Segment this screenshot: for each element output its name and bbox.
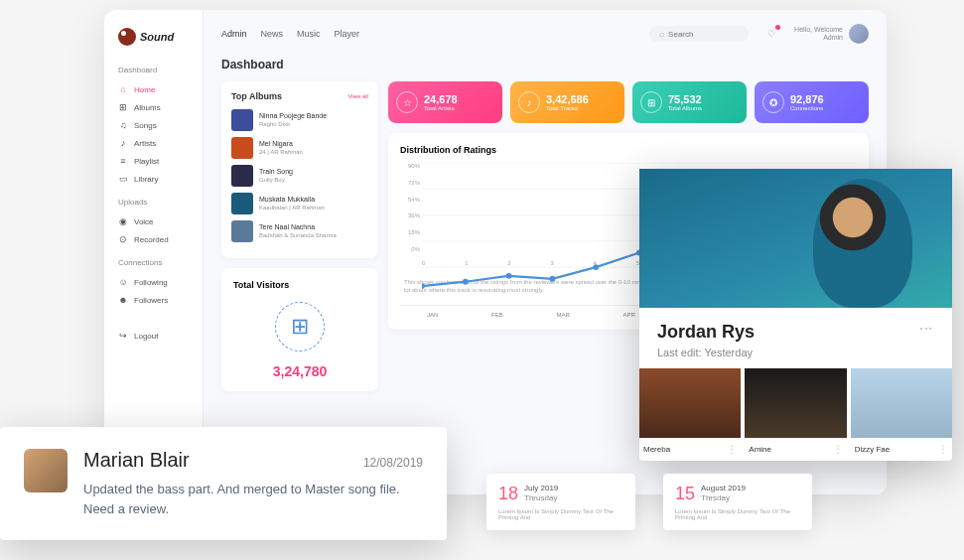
sidebar-item-voice[interactable]: ◉Voice xyxy=(118,212,203,230)
event-weekday: Thrusday xyxy=(524,493,558,502)
sidebar: Sound Dashboard ⌂Home ⊞Albums ♫Songs ♪Ar… xyxy=(104,10,204,494)
svg-point-7 xyxy=(463,279,469,285)
sidebar-item-library[interactable]: ▭Library xyxy=(118,170,203,188)
event-day: 18 xyxy=(498,484,518,504)
album-artist: Gully Boy xyxy=(259,177,293,184)
songs-icon: ♫ xyxy=(118,120,128,130)
sidebar-label: Home xyxy=(134,85,155,94)
nav-admin[interactable]: Admin xyxy=(221,29,247,39)
sidebar-item-home[interactable]: ⌂Home xyxy=(118,80,203,98)
stat-total-albums[interactable]: ⊞75,532Total Albums xyxy=(632,81,747,123)
sidebar-label: Recorded xyxy=(134,235,169,244)
sidebar-item-albums[interactable]: ⊞Albums xyxy=(118,98,203,116)
album-title: Mei Nigara xyxy=(259,140,303,148)
album-icon: ⊞ xyxy=(640,91,662,113)
stats-row: ☆24,678Total Artists ♪3,42,686Total Trac… xyxy=(388,81,869,123)
thumb-more-icon[interactable]: ⋮ xyxy=(727,444,737,455)
month-label[interactable]: FEB xyxy=(491,312,503,318)
followers-icon: ☻ xyxy=(118,295,128,305)
event-desc: Lorem Ipsum Is Simply Dummy Text Of The … xyxy=(498,508,623,520)
search-input[interactable] xyxy=(668,30,728,39)
sidebar-item-playlist[interactable]: ≡Playlist xyxy=(118,152,203,170)
library-icon: ▭ xyxy=(118,174,128,184)
top-albums-card: Top Albums View all Ninna Poojege BandeR… xyxy=(221,81,378,258)
month-label[interactable]: MAR xyxy=(556,312,569,318)
sidebar-item-followers[interactable]: ☻Followers xyxy=(118,291,203,309)
svg-point-6 xyxy=(422,283,425,289)
top-albums-title: Top Albums xyxy=(231,91,282,101)
y-tick: 0% xyxy=(400,246,420,252)
artist-overlay-card: Jordan Rys Last edit: Yesterday ⋮ Mereba… xyxy=(639,169,952,461)
search-box[interactable]: ⌕ xyxy=(649,26,749,42)
user-menu[interactable]: Hello, Welcome Admin xyxy=(794,24,869,44)
recorded-icon: ⊙ xyxy=(118,234,128,244)
sidebar-label: Logout xyxy=(134,332,158,341)
event-card[interactable]: 15 August 2019 Thrsday Lorem Ipsum Is Si… xyxy=(663,474,812,530)
album-row[interactable]: Train SongGully Boy xyxy=(231,165,368,187)
sidebar-item-logout[interactable]: ↪Logout xyxy=(118,327,203,345)
sidebar-label: Following xyxy=(134,278,168,287)
album-row[interactable]: Muskata MukkallaKaadhalan | AR Rahman xyxy=(231,193,368,214)
sidebar-item-songs[interactable]: ♫Songs xyxy=(118,116,203,134)
sidebar-item-artists[interactable]: ♪Artists xyxy=(118,134,203,152)
sidebar-section-dashboard: Dashboard xyxy=(118,66,203,74)
month-label[interactable]: APR xyxy=(623,312,635,318)
album-row[interactable]: Ninna Poojege BandeRaghu Dixit xyxy=(231,109,368,131)
brand-logo[interactable]: Sound xyxy=(118,28,203,46)
artist-last-edit: Last edit: Yesterday xyxy=(657,347,755,358)
event-weekday: Thrsday xyxy=(701,493,746,502)
album-row[interactable]: Mei Nigara24 | AR Rahman xyxy=(231,137,368,159)
event-month: July 2019 xyxy=(524,484,558,493)
artist-thumb[interactable]: Dizzy Fae⋮ xyxy=(851,368,952,461)
artist-thumb[interactable]: Mereba⋮ xyxy=(639,368,741,461)
album-thumb-icon xyxy=(231,109,253,131)
stat-total-tracks[interactable]: ♪3,42,686Total Tracks xyxy=(510,81,624,123)
y-tick: 72% xyxy=(400,180,420,186)
stat-label: Total Albums xyxy=(668,105,702,111)
event-day: 15 xyxy=(675,484,695,504)
album-artist: 24 | AR Rahman xyxy=(259,149,303,156)
top-nav: Admin News Music Player xyxy=(221,29,359,39)
artist-thumb[interactable]: Amine⋮ xyxy=(745,368,846,461)
artist-photo xyxy=(639,169,952,308)
home-icon: ⌂ xyxy=(118,84,128,94)
more-options-button[interactable]: ⋮ xyxy=(918,322,934,337)
search-icon: ⌕ xyxy=(659,29,664,39)
x-tick: 1 xyxy=(465,260,468,266)
album-row[interactable]: Tere Naal NachnaBadshah & Sunanda Sharma xyxy=(231,220,368,242)
view-all-link[interactable]: View all xyxy=(347,93,368,99)
brand-name: Sound xyxy=(140,31,174,43)
voice-icon: ◉ xyxy=(118,216,128,226)
stat-label: Total Tracks xyxy=(546,105,589,111)
album-thumb-icon xyxy=(231,193,253,214)
sidebar-section-connections: Connections xyxy=(118,258,203,267)
nav-news[interactable]: News xyxy=(261,29,284,39)
album-artist: Raghu Dixit xyxy=(259,121,327,128)
sidebar-label: Albums xyxy=(134,103,161,112)
artist-thumbs-row: Mereba⋮ Amine⋮ Dizzy Fae⋮ xyxy=(639,368,952,461)
event-card[interactable]: 18 July 2019 Thrusday Lorem Ipsum Is Sim… xyxy=(486,474,635,530)
stat-total-artists[interactable]: ☆24,678Total Artists xyxy=(388,81,502,123)
logout-icon: ↪ xyxy=(118,331,128,341)
stat-label: Connections xyxy=(790,105,824,111)
y-axis-labels: 90% 72% 54% 36% 18% 0% xyxy=(400,163,420,252)
artist-name: Jordan Rys xyxy=(657,322,755,343)
playlist-icon: ≡ xyxy=(118,156,128,166)
stat-value: 92,876 xyxy=(790,94,824,105)
sidebar-item-recorded[interactable]: ⊙Recorded xyxy=(118,230,203,248)
thumb-more-icon[interactable]: ⋮ xyxy=(833,444,843,455)
artists-icon: ♪ xyxy=(118,138,128,148)
sidebar-label: Artists xyxy=(134,139,156,148)
nav-music[interactable]: Music xyxy=(297,29,321,39)
notifications-button[interactable]: ♡ xyxy=(764,27,778,41)
sidebar-item-following[interactable]: ☺Following xyxy=(118,273,203,291)
logo-icon xyxy=(118,28,136,46)
welcome-line2: Admin xyxy=(794,34,843,42)
stat-connections[interactable]: ✪92,876Connections xyxy=(755,81,869,123)
month-label[interactable]: JAN xyxy=(427,312,438,318)
thumb-more-icon[interactable]: ⋮ xyxy=(938,444,948,455)
nav-player[interactable]: Player xyxy=(335,29,360,39)
event-month: August 2019 xyxy=(701,484,746,493)
comment-text: Updated the bass part. And merged to Mas… xyxy=(83,480,423,518)
following-icon: ☺ xyxy=(118,277,128,287)
